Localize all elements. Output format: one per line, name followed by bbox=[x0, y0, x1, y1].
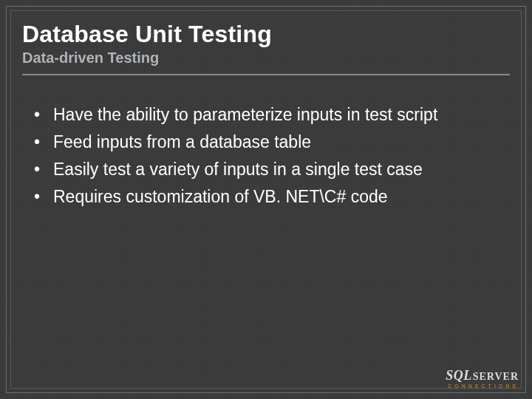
logo-sub-text: CONNECTIONS bbox=[446, 383, 519, 389]
bullet-item: Requires customization of VB. NET\C# cod… bbox=[34, 185, 510, 208]
slide-subtitle: Data-driven Testing bbox=[22, 50, 510, 66]
slide-content: Database Unit Testing Data-driven Testin… bbox=[22, 16, 510, 383]
title-divider bbox=[22, 74, 510, 75]
slide: Database Unit Testing Data-driven Testin… bbox=[0, 0, 532, 399]
logo-server-text: SERVER bbox=[473, 371, 519, 382]
slide-title: Database Unit Testing bbox=[22, 21, 510, 48]
logo-sql-text: SQL bbox=[446, 368, 472, 383]
logo-main: SQLSERVER bbox=[446, 369, 519, 382]
bullet-item: Feed inputs from a database table bbox=[34, 131, 510, 154]
bullet-list: Have the ability to parameterize inputs … bbox=[34, 103, 510, 208]
bullet-item: Easily test a variety of inputs in a sin… bbox=[34, 158, 510, 181]
bullet-item: Have the ability to parameterize inputs … bbox=[34, 103, 510, 126]
footer-logo: SQLSERVER CONNECTIONS bbox=[446, 369, 519, 389]
